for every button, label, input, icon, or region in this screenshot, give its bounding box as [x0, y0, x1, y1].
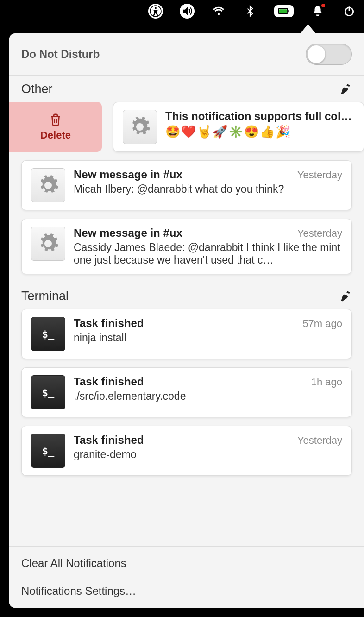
- wifi-icon[interactable]: [211, 4, 226, 19]
- section-header-terminal: Terminal: [9, 283, 364, 309]
- notification-body: granite-demo: [74, 448, 342, 461]
- notification-time: 1h ago: [311, 376, 342, 388]
- notifications-bell-icon[interactable]: [310, 4, 325, 19]
- notification-body: Cassidy James Blaede: @danrabbit I think…: [74, 241, 342, 266]
- gear-icon: [123, 110, 157, 144]
- terminal-icon: $_: [31, 434, 65, 468]
- notification-card[interactable]: New message in #ux Yesterday Cassidy Jam…: [21, 219, 352, 274]
- section-title: Terminal: [21, 289, 69, 303]
- battery-icon[interactable]: [274, 5, 294, 17]
- notification-title: This notification supports full color E: [165, 110, 354, 123]
- notification-title: Task finished: [74, 434, 144, 447]
- svg-rect-3: [279, 9, 287, 13]
- notification-body: Micah Ilbery: @danrabbit what do you thi…: [74, 183, 342, 195]
- do-not-disturb-toggle[interactable]: [306, 44, 352, 65]
- notification-title: Task finished: [74, 317, 144, 330]
- terminal-icon: $_: [31, 375, 65, 409]
- notification-title: Task finished: [74, 375, 144, 388]
- clear-all-button[interactable]: Clear All Notifications: [9, 549, 364, 577]
- clear-section-icon[interactable]: [339, 290, 352, 303]
- do-not-disturb-label: Do Not Disturb: [21, 48, 100, 61]
- section-title: Other: [21, 82, 53, 96]
- terminal-icon: $_: [31, 317, 65, 351]
- gear-icon: [31, 168, 65, 202]
- notification-card[interactable]: $_ Task finished Yesterday granite-demo: [21, 426, 352, 476]
- notification-card[interactable]: New message in #ux Yesterday Micah Ilber…: [21, 160, 352, 210]
- notification-card[interactable]: This notification supports full color E …: [113, 102, 364, 152]
- do-not-disturb-row: Do Not Disturb: [9, 33, 364, 76]
- popover-arrow: [300, 24, 316, 34]
- notifications-scroll-area[interactable]: Other Delete This notification supports …: [9, 76, 364, 546]
- volume-icon[interactable]: [180, 4, 195, 19]
- notification-badge-dot: [320, 3, 326, 8]
- delete-label: Delete: [40, 129, 71, 141]
- notification-time: 57m ago: [302, 318, 342, 330]
- svg-rect-4: [288, 10, 289, 13]
- svg-point-1: [155, 7, 157, 9]
- notification-time: Yesterday: [297, 169, 342, 181]
- notification-card[interactable]: $_ Task finished 57m ago ninja install: [21, 309, 352, 359]
- notification-time: Yesterday: [297, 434, 342, 447]
- power-icon[interactable]: [342, 4, 357, 19]
- notification-swiped-row[interactable]: Delete This notification supports full c…: [9, 102, 364, 152]
- section-header-other: Other: [9, 76, 364, 102]
- notification-body-emoji: 🤩❤️🤘🚀✳️😍👍🎉: [165, 125, 354, 139]
- clear-section-icon[interactable]: [339, 83, 352, 96]
- popover-footer: Clear All Notifications Notifications Se…: [9, 546, 364, 608]
- accessibility-icon[interactable]: [148, 4, 163, 19]
- notification-settings-button[interactable]: Notifications Settings…: [9, 577, 364, 605]
- notification-body: ninja install: [74, 332, 342, 344]
- notification-body: ./src/io.elementary.code: [74, 390, 342, 403]
- gear-icon: [31, 227, 65, 261]
- bluetooth-icon[interactable]: [243, 4, 257, 19]
- notification-time: Yesterday: [297, 227, 342, 239]
- toggle-knob: [307, 45, 326, 63]
- notification-title: New message in #ux: [74, 227, 182, 239]
- notification-title: New message in #ux: [74, 168, 182, 181]
- notification-card[interactable]: $_ Task finished 1h ago ./src/io.element…: [21, 367, 352, 417]
- swipe-delete-action[interactable]: Delete: [9, 102, 102, 152]
- notifications-popover: Do Not Disturb Other Delete This notifi: [9, 33, 364, 608]
